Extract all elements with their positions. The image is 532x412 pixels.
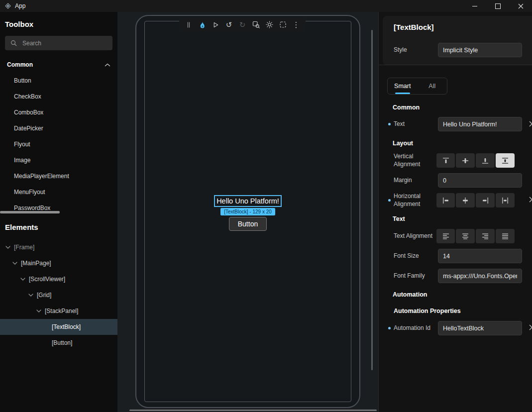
text-alignment-row: Text Alignment [394, 229, 522, 243]
window-controls [463, 0, 532, 12]
inspect-element-button[interactable] [251, 19, 261, 30]
clipped-edge-button-horizontal-alignment[interactable] [529, 196, 532, 204]
tree-item-label: [Button] [0, 339, 72, 346]
frame-outline-button[interactable] [278, 19, 288, 30]
toolbox-item-combobox[interactable]: ComboBox [0, 104, 117, 120]
chevron-down-icon[interactable] [5, 246, 10, 249]
more-options-button[interactable]: ⋮ [291, 19, 301, 30]
tree-item-button[interactable]: [Button] [0, 335, 117, 351]
automation-id-row: Automation Id [394, 321, 522, 335]
margin-row: Margin [394, 173, 522, 188]
clear-icon [529, 196, 532, 203]
section-automation-properties: Automation Properties [394, 307, 461, 315]
text-alignment-group [436, 229, 515, 243]
text-align-right-icon [481, 232, 489, 240]
app-window: App Toolbox Common Button CheckBox Combo… [0, 0, 532, 412]
play-button[interactable] [211, 19, 220, 30]
toolbox-item-checkbox[interactable]: CheckBox [0, 89, 117, 104]
hot-reload-flame-icon[interactable] [197, 19, 207, 30]
toolbox-list: Button CheckBox ComboBox DatePicker Flyo… [0, 73, 117, 216]
close-button[interactable] [509, 0, 532, 12]
text-alignment-label: Text Alignment [394, 232, 436, 240]
redo-button[interactable]: ↻ [237, 19, 247, 30]
align-hstretch-icon [501, 197, 509, 205]
horizontal-alignment-group [436, 193, 515, 207]
toolbox-item-mediaplayerelement[interactable]: MediaPlayerElement [0, 168, 117, 184]
tree-item-stackpanel[interactable]: [StackPanel] [0, 303, 117, 319]
canvas-button-element[interactable]: Button [229, 217, 267, 231]
valign-bottom-button[interactable] [476, 153, 495, 168]
maximize-button[interactable] [486, 0, 509, 12]
chevron-down-icon[interactable] [36, 309, 41, 312]
text-align-left-icon [442, 232, 450, 240]
toolbox-item-image[interactable]: Image [0, 152, 117, 168]
section-layout: Layout [393, 139, 413, 147]
tree-item-label: [Grid] [0, 292, 51, 299]
textalign-right-button[interactable] [476, 229, 495, 243]
toolbox-item-passwordbox[interactable]: PasswordBox [0, 200, 117, 216]
clear-icon [529, 120, 532, 127]
toolbox-section-common[interactable]: Common [0, 58, 117, 72]
maximize-icon [495, 3, 501, 9]
halign-center-button[interactable] [456, 193, 475, 207]
minimize-icon [472, 6, 477, 6]
canvas-textblock-selected[interactable]: Hello Uno Platform! [214, 195, 282, 207]
drag-handle-icon[interactable] [184, 19, 194, 30]
font-family-input[interactable] [438, 269, 522, 283]
margin-input[interactable] [438, 173, 522, 188]
tab-all[interactable]: All [418, 78, 447, 94]
toolbox-item-button[interactable]: Button [0, 73, 117, 89]
modified-indicator-dot [388, 327, 391, 329]
toolbox-title: Toolbox [5, 20, 117, 30]
chevron-down-icon[interactable] [12, 262, 17, 265]
section-automation: Automation [393, 291, 427, 299]
font-size-input[interactable] [438, 249, 522, 263]
automation-id-input[interactable] [438, 321, 522, 335]
canvas-horizontal-scrollbar[interactable] [129, 410, 377, 411]
tree-item-grid[interactable]: [Grid] [0, 287, 117, 303]
hot-design-toolbar: ↺ ↻ ⋮ [179, 18, 306, 31]
modified-indicator-dot [388, 123, 391, 125]
chevron-down-icon[interactable] [28, 294, 33, 297]
textalign-justify-button[interactable] [496, 229, 515, 243]
chevron-down-icon[interactable] [20, 278, 25, 281]
design-canvas-area: ↺ ↻ ⋮ Hello Uno Platform! [TextBlock] - … [117, 12, 378, 412]
halign-stretch-button[interactable] [496, 193, 515, 207]
toolbox-item-datepicker[interactable]: DatePicker [0, 120, 117, 136]
canvas-content: Hello Uno Platform! [TextBlock] - 129 x … [136, 195, 359, 231]
clipped-edge-button-text[interactable] [529, 120, 532, 128]
properties-panel: [TextBlock] Style Smart All Common Text … [378, 12, 532, 412]
toolbox-item-flyout[interactable]: Flyout [0, 136, 117, 152]
toolbox-item-menuflyout[interactable]: MenuFlyout [0, 184, 117, 200]
clipped-edge-button-automation-id[interactable] [529, 324, 532, 332]
canvas-vertical-scrollbar[interactable] [371, 30, 373, 370]
valign-stretch-button[interactable] [496, 153, 515, 168]
text-align-center-icon [461, 232, 469, 240]
undo-button[interactable]: ↺ [224, 19, 234, 30]
minimize-button[interactable] [463, 0, 486, 12]
valign-top-button[interactable] [436, 153, 455, 168]
halign-left-button[interactable] [436, 193, 455, 207]
theme-toggle-sun-icon[interactable] [264, 19, 274, 30]
search-input[interactable] [21, 39, 107, 47]
style-input[interactable] [438, 43, 522, 57]
align-top-icon [442, 157, 450, 165]
text-input[interactable] [438, 117, 522, 131]
tree-item-scrollviewer[interactable]: [ScrollViewer] [0, 271, 117, 287]
panel-divider [379, 65, 532, 65]
text-align-justify-icon [501, 232, 509, 240]
textalign-left-button[interactable] [436, 229, 455, 243]
halign-right-button[interactable] [476, 193, 495, 207]
valign-center-button[interactable] [456, 153, 475, 168]
align-vcenter-icon [461, 157, 469, 165]
tree-item-mainpage[interactable]: [MainPage] [0, 255, 117, 271]
textalign-center-button[interactable] [456, 229, 475, 243]
tree-item-textblock[interactable]: [TextBlock] [0, 319, 117, 335]
tab-smart[interactable]: Smart [388, 78, 418, 94]
align-hcenter-icon [461, 197, 469, 205]
font-family-row: Font Family [394, 269, 522, 283]
toolbox-scrollbar-thumb[interactable] [0, 211, 60, 213]
align-right-edge-icon [481, 197, 489, 205]
toolbox-search[interactable] [5, 36, 112, 50]
tree-item-frame[interactable]: [Frame] [0, 239, 117, 255]
